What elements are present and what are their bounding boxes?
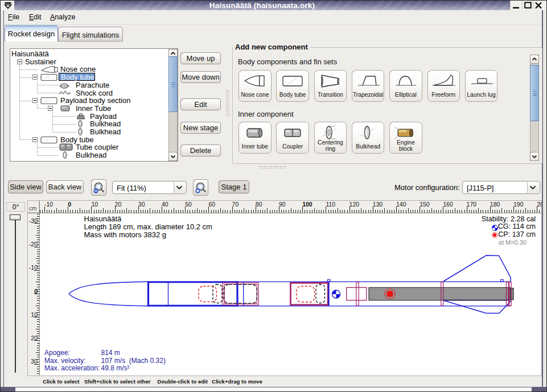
svg-text:40: 40 xyxy=(162,201,168,208)
svg-text:50: 50 xyxy=(185,201,192,208)
svg-text:80: 80 xyxy=(256,201,262,208)
svg-text:190: 190 xyxy=(513,201,524,208)
svg-text:110: 110 xyxy=(326,201,335,208)
svg-text:0: 0 xyxy=(34,288,38,295)
svg-text:30: 30 xyxy=(138,201,145,208)
svg-text:140: 140 xyxy=(396,201,406,208)
svg-text:200: 200 xyxy=(537,201,541,208)
svg-text:160: 160 xyxy=(443,201,453,208)
svg-text:150: 150 xyxy=(419,201,430,208)
svg-text:10: 10 xyxy=(91,201,98,208)
svg-text:60: 60 xyxy=(208,201,215,208)
svg-text:-20: -20 xyxy=(29,241,38,247)
svg-text:70: 70 xyxy=(232,201,239,208)
svg-text:10: 10 xyxy=(31,311,38,318)
svg-text:90: 90 xyxy=(279,201,286,208)
svg-text:120: 120 xyxy=(349,201,360,208)
svg-text:-30: -30 xyxy=(29,217,38,224)
svg-text:170: 170 xyxy=(467,201,477,208)
svg-text:30: 30 xyxy=(31,358,38,365)
svg-text:20: 20 xyxy=(115,201,122,208)
svg-text:20: 20 xyxy=(31,335,38,341)
svg-text:100: 100 xyxy=(302,201,312,208)
svg-text:-10: -10 xyxy=(44,201,53,208)
svg-text:-10: -10 xyxy=(29,264,38,271)
svg-text:180: 180 xyxy=(490,201,500,208)
svg-text:130: 130 xyxy=(373,201,383,208)
svg-text:0: 0 xyxy=(68,201,71,208)
